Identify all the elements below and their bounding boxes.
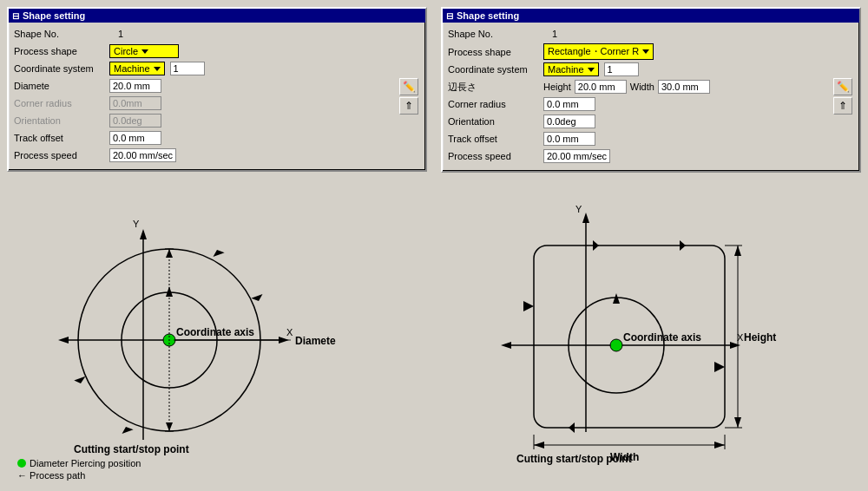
track-offset-value-1[interactable]: 0.0 mm — [109, 131, 161, 145]
track-offset-row-2: Track offset 0.0 mm ✏️ ⇑ — [448, 131, 854, 147]
svg-marker-48 — [680, 240, 686, 251]
process-speed-row-1: Process speed 20.00 mm/sec — [14, 147, 420, 163]
shape-no-row-1: Shape No. 1 — [14, 26, 420, 42]
svg-marker-23 — [74, 376, 87, 385]
diamete-row-1: Diamete 20.0 mm — [14, 78, 420, 94]
coord-dropdown-arrow-1 — [154, 67, 161, 71]
coordinate-system-value-1: Machine — [114, 63, 150, 74]
icon-btn-pencil-2[interactable]: ✏️ — [833, 78, 852, 95]
shape-no-label-1: Shape No. — [14, 29, 109, 39]
green-dot-1 — [17, 459, 26, 468]
process-shape-value-1: Circle — [114, 46, 138, 56]
svg-marker-21 — [251, 294, 264, 303]
svg-text:Coordinate axis: Coordinate axis — [176, 326, 254, 338]
process-speed-label-1: Process speed — [14, 150, 109, 160]
svg-text:Diamete: Diamete — [295, 335, 336, 347]
svg-marker-51 — [569, 422, 575, 433]
process-speed-value-1[interactable]: 20.00 mm/sec — [109, 148, 176, 162]
window-title-2: ⊟ Shape setting — [443, 9, 859, 23]
dropdown-arrow-1 — [141, 49, 148, 54]
svg-marker-20 — [211, 248, 224, 257]
coordinate-system-dropdown-2[interactable]: Machine — [543, 62, 599, 76]
svg-marker-38 — [734, 245, 741, 256]
panel2: ⊟ Shape setting Shape No. 1 Process shap… — [434, 0, 868, 491]
svg-marker-27 — [730, 342, 740, 349]
shape-no-label-2: Shape No. — [448, 29, 543, 39]
diagram-svg-2: X Y Height Widt — [464, 193, 838, 471]
legend-process-path-1: ← Process path — [17, 470, 141, 481]
track-offset-label-1: Track offset — [14, 133, 109, 143]
svg-marker-6 — [58, 337, 69, 344]
corner-radius-label-2: Corner radius — [448, 99, 543, 109]
coordinate-no-field-2[interactable]: 1 — [604, 62, 639, 76]
orientation-value-2[interactable]: 0.0deg — [543, 115, 595, 128]
coordinate-system-row-2: Coordinate system Machine 1 — [448, 62, 854, 77]
coordinate-system-dropdown-1[interactable]: Machine — [109, 62, 165, 75]
process-shape-value-2: Rectangle・Corner R — [548, 45, 639, 58]
corner-radius-row-1: Corner radius 0.0mm — [14, 95, 420, 111]
track-offset-label-2: Track offset — [448, 134, 543, 144]
corner-radius-value-1: 0.0mm — [109, 96, 161, 110]
track-offset-value-2[interactable]: 0.0 mm — [543, 132, 595, 146]
svg-marker-34 — [613, 293, 620, 304]
diagram-area-2: X Y Height Widt — [434, 173, 868, 491]
svg-marker-25 — [582, 213, 589, 223]
shape-setting-box-2: ⊟ Shape setting Shape No. 1 Process shap… — [441, 7, 861, 173]
process-shape-row-1: Process shape Circle — [14, 43, 420, 59]
svg-marker-44 — [534, 442, 544, 448]
coordinate-system-label-2: Coordinate system — [448, 64, 543, 75]
corner-radius-label-1: Corner radius — [14, 98, 109, 108]
coordinate-system-row-1: Coordinate system Machine 1 — [14, 61, 420, 76]
track-offset-row-1: Track offset 0.0 mm ✏️ ⇑ — [14, 130, 420, 146]
diamete-label-1: Diamete — [14, 81, 109, 91]
corner-radius-value-2[interactable]: 0.0 mm — [543, 97, 595, 111]
process-speed-value-2[interactable]: 20.00 mm/sec — [543, 149, 610, 163]
window-title-1: ⊟ Shape setting — [9, 9, 425, 23]
diamete-value-1[interactable]: 20.0 mm — [109, 79, 161, 93]
width-value-2[interactable]: 30.0 mm — [658, 80, 710, 94]
process-path-label-1: ← Process path — [17, 470, 85, 481]
coordinate-system-value-2: Machine — [548, 64, 584, 75]
svg-marker-15 — [166, 422, 173, 431]
shape-setting-box-1: ⊟ Shape setting Shape No. 1 Process shap… — [7, 7, 427, 172]
svg-text:Y: Y — [133, 219, 140, 229]
svg-marker-1 — [140, 229, 147, 239]
svg-marker-30 — [501, 342, 511, 349]
icon-btn-arrow-2[interactable]: ⇑ — [833, 97, 852, 115]
orientation-row-1: Orientation 0.0deg — [14, 113, 420, 128]
svg-marker-14 — [166, 249, 173, 258]
shape-no-value-1: 1 — [118, 29, 123, 39]
svg-text:X: X — [286, 327, 293, 337]
svg-text:Cutting start/stop point: Cutting start/stop point — [74, 443, 189, 455]
svg-text:Coordinate axis: Coordinate axis — [623, 331, 701, 344]
width-label-2: Width — [630, 82, 654, 92]
icon-btn-pencil-1[interactable]: ✏️ — [399, 78, 418, 95]
process-speed-label-2: Process speed — [448, 151, 543, 161]
svg-marker-49 — [523, 301, 534, 311]
height-value-2[interactable]: 20.0 mm — [575, 80, 627, 94]
coordinate-no-field-1[interactable]: 1 — [170, 62, 205, 75]
process-shape-dropdown-2[interactable]: Rectangle・Corner R — [543, 43, 654, 60]
process-shape-row-2: Process shape Rectangle・Corner R — [448, 43, 854, 60]
window-title-text-2: Shape setting — [457, 10, 519, 21]
orientation-row-2: Orientation 0.0deg — [448, 114, 854, 129]
side-length-row-2: 辺長さ Height 20.0 mm Width 30.0 mm — [448, 79, 854, 95]
legend-piercing-1: Diameter Piercing position — [17, 458, 141, 468]
shape-no-row-2: Shape No. 1 — [448, 26, 854, 42]
panel1: ⊟ Shape setting Shape No. 1 Process shap… — [0, 0, 434, 491]
height-label-2: Height — [543, 82, 571, 92]
process-speed-row-2: Process speed 20.00 mm/sec — [448, 148, 854, 164]
svg-marker-45 — [714, 442, 725, 448]
process-shape-label-2: Process shape — [448, 47, 543, 57]
piercing-label-1: Diameter Piercing position — [30, 458, 141, 468]
orientation-label-1: Orientation — [14, 115, 109, 126]
dropdown-arrow-2 — [642, 49, 649, 54]
coordinate-system-label-1: Coordinate system — [14, 63, 109, 74]
orientation-value-1: 0.0deg — [109, 114, 161, 128]
svg-marker-50 — [714, 362, 725, 372]
svg-text:Y: Y — [575, 204, 582, 214]
icon-btn-arrow-1[interactable]: ⇑ — [399, 97, 418, 115]
svg-marker-47 — [593, 240, 599, 251]
process-shape-dropdown-1[interactable]: Circle — [109, 44, 179, 58]
svg-text:Height: Height — [744, 331, 776, 344]
